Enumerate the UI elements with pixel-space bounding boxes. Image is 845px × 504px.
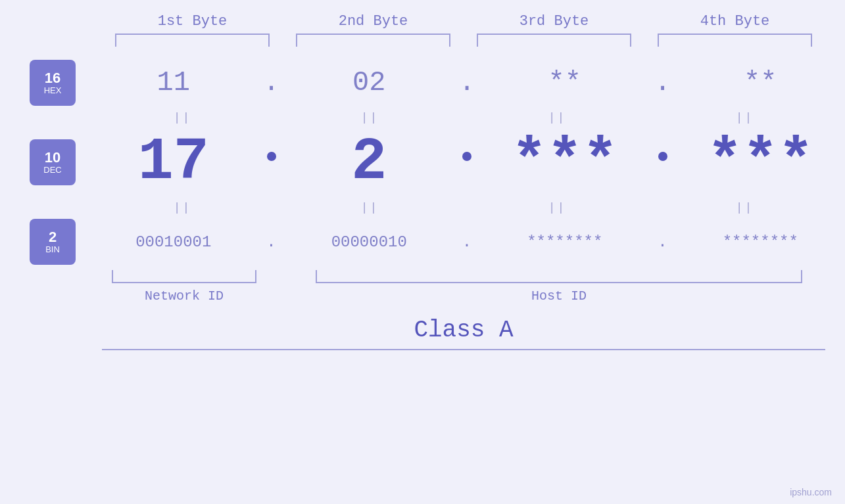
conn2-cell-4: || [664, 201, 825, 214]
conn2-cell-1: || [102, 201, 263, 214]
conn-cell-4: || [664, 111, 825, 124]
dec-val-1: 17 [89, 129, 258, 196]
dec-sep-2 [454, 152, 480, 173]
dec-badge-label: DEC [43, 166, 61, 175]
bin-sep-1: . [258, 233, 285, 251]
host-id-label: Host ID [531, 288, 587, 304]
byte-label-3: 3rd Byte [464, 13, 644, 30]
connector-row-1: || || || || [102, 106, 825, 129]
dec-sep-1 [258, 152, 285, 173]
bin-row: 2 BIN 00010001 . 00000010 . ******** . [0, 219, 845, 265]
byte-label-1: 1st Byte [102, 13, 283, 30]
hex-val-2: 02 [285, 67, 454, 99]
hex-val-1: 11 [89, 67, 258, 99]
class-label: Class A [414, 317, 513, 344]
byte-col-4: 4th Byte [644, 13, 825, 47]
hex-badge: 16 HEX [30, 60, 76, 106]
byte-col-2: 2nd Byte [283, 13, 464, 47]
conn2-cell-3: || [477, 201, 638, 214]
network-id-area: Network ID [102, 270, 266, 304]
dec-val-3: *** [480, 129, 650, 196]
hex-row: 16 HEX 11 . 02 . ** . ** [0, 60, 845, 106]
bin-badge: 2 BIN [30, 219, 76, 265]
dot-sep-2 [462, 152, 471, 161]
watermark: ipshu.com [790, 487, 832, 497]
network-id-label: Network ID [145, 288, 224, 304]
class-area: Class A [102, 317, 825, 350]
hex-sep-2: . [454, 67, 480, 99]
bin-values: 00010001 . 00000010 . ******** . *******… [89, 233, 845, 251]
dec-row: 10 DEC 17 2 *** *** [0, 129, 845, 196]
bracket-gap [266, 270, 293, 304]
host-id-bracket [316, 270, 802, 283]
byte-col-1: 1st Byte [102, 13, 283, 47]
byte-bracket-3 [477, 34, 631, 47]
bin-val-1: 00010001 [89, 233, 258, 251]
hex-sep-3: . [650, 67, 676, 99]
hex-badge-number: 16 [45, 70, 60, 86]
bottom-brackets-area: Network ID Host ID [102, 270, 825, 304]
byte-bracket-1 [115, 34, 270, 47]
hex-sep-1: . [258, 67, 285, 99]
dot-sep-1 [267, 152, 276, 161]
byte-label-2: 2nd Byte [283, 13, 464, 30]
dec-sep-3 [650, 152, 676, 173]
bin-val-3: ******** [480, 233, 650, 251]
bin-sep-2: . [454, 233, 480, 251]
dec-badge: 10 DEC [30, 139, 76, 185]
connector-row-2: || || || || [102, 196, 825, 219]
dec-badge-number: 10 [45, 150, 60, 166]
byte-label-4: 4th Byte [644, 13, 825, 30]
byte-col-3: 3rd Byte [464, 13, 644, 47]
conn-cell-1: || [102, 111, 263, 124]
byte-bracket-4 [658, 34, 812, 47]
bin-sep-3: . [650, 233, 676, 251]
bin-val-2: 00000010 [285, 233, 454, 251]
host-id-area: Host ID [293, 270, 825, 304]
byte-headers: 1st Byte 2nd Byte 3rd Byte 4th Byte [102, 13, 825, 47]
byte-bracket-2 [296, 34, 450, 47]
bin-badge-label: BIN [45, 245, 60, 254]
main-container: 1st Byte 2nd Byte 3rd Byte 4th Byte 16 H… [0, 0, 845, 504]
hex-badge-label: HEX [44, 86, 62, 95]
dot-sep-3 [658, 152, 667, 161]
bin-badge-number: 2 [49, 229, 57, 245]
network-id-bracket [112, 270, 256, 283]
dec-val-2: 2 [285, 129, 454, 196]
class-row: Class A [102, 317, 825, 350]
hex-val-4: ** [676, 67, 846, 99]
hex-val-3: ** [480, 67, 650, 99]
dec-val-4: *** [676, 129, 846, 196]
conn-cell-2: || [289, 111, 450, 124]
dec-values: 17 2 *** *** [89, 129, 845, 196]
conn2-cell-2: || [289, 201, 450, 214]
hex-values: 11 . 02 . ** . ** [89, 67, 845, 99]
bin-val-4: ******** [676, 233, 846, 251]
conn-cell-3: || [477, 111, 638, 124]
